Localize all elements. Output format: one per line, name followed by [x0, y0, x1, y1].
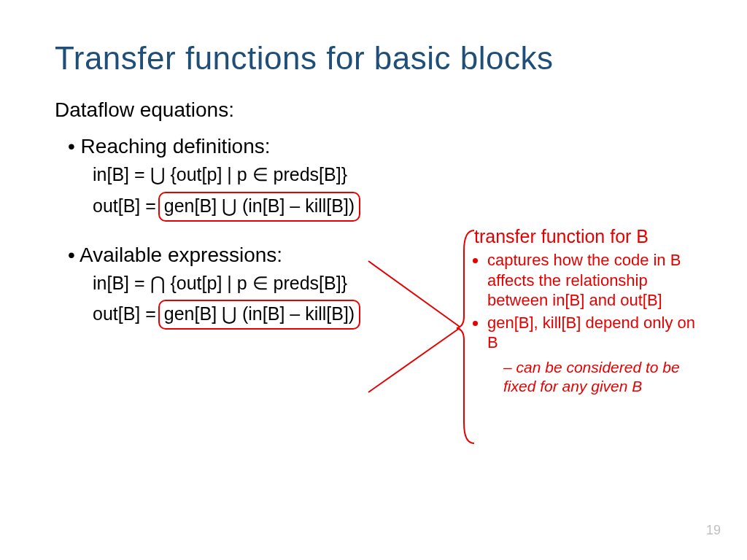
subhead: Dataflow equations: [55, 98, 696, 122]
union-icon: ⋃ [150, 164, 166, 184]
highlight-box: gen[B] ⋃ (in[B] – kill[B]) [158, 192, 360, 222]
eq-text: {out[p] | p ∈ preds[B]} [166, 164, 347, 184]
intersect-icon: ⋂ [150, 273, 166, 293]
eq-text: in[B] = [93, 273, 150, 293]
eq-text: in[B] = [93, 164, 150, 184]
callout-box: transfer function for B captures how the… [474, 226, 708, 398]
equation-out-reaching: out[B] = gen[B] ⋃ (in[B] – kill[B]) [93, 192, 696, 222]
eq-text: {out[p] | p ∈ preds[B]} [166, 273, 347, 293]
callout-item-text: gen[B], kill[B] depend only on B [487, 314, 695, 352]
callout-item: captures how the code in B affects the r… [487, 250, 708, 311]
highlight-box: gen[B] ⋃ (in[B] – kill[B]) [158, 300, 360, 330]
callout-list: captures how the code in B affects the r… [474, 250, 708, 396]
slide-title: Transfer functions for basic blocks [55, 40, 696, 77]
callout-sublist: can be considered to be fixed for any gi… [487, 353, 708, 397]
equation-in-reaching: in[B] = ⋃ {out[p] | p ∈ preds[B]} [93, 163, 696, 187]
eq-text: out[B] = [93, 303, 161, 324]
slide: Transfer functions for basic blocks Data… [0, 0, 747, 560]
section-heading-reaching: Reaching definitions: [68, 135, 696, 158]
callout-subitem: can be considered to be fixed for any gi… [503, 358, 708, 397]
callout-item: gen[B], kill[B] depend only on B can be … [487, 313, 708, 397]
eq-text: out[B] = [93, 195, 161, 216]
page-number: 19 [706, 523, 721, 538]
callout-title: transfer function for B [474, 226, 708, 247]
